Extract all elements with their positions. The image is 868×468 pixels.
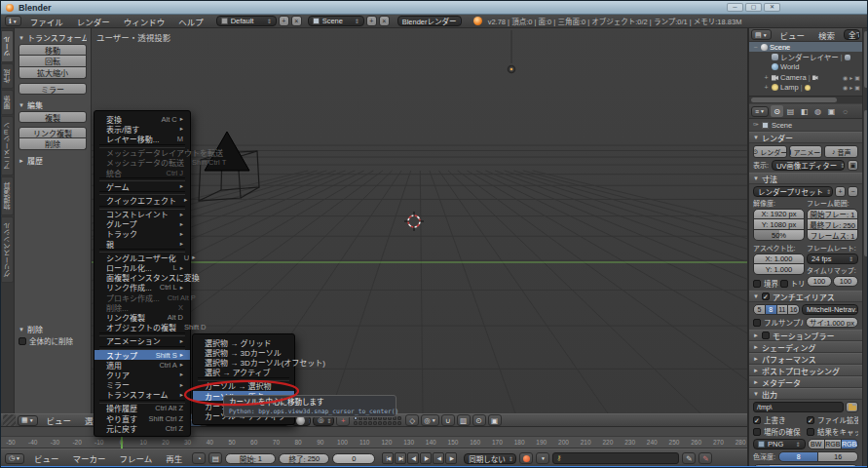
antialiasing-panel-header[interactable]: ▼✓アンチエイリアス <box>749 291 862 302</box>
play-button[interactable]: ▶ <box>445 452 457 464</box>
add-preset-button[interactable]: + <box>835 186 846 197</box>
render-panel-header[interactable]: ▼レンダー <box>749 132 862 143</box>
layer-toggle[interactable] <box>393 421 396 425</box>
render-tab-icon[interactable]: ⊙ <box>771 105 783 117</box>
context-menu-item[interactable]: シングルユーザー化U▸ <box>94 253 190 262</box>
color-mode-button[interactable]: RGB <box>825 439 842 449</box>
layer-toggle[interactable] <box>388 421 392 425</box>
restrict-cursor-icon[interactable]: ▸ <box>849 74 852 81</box>
context-menu-item[interactable]: メッシュデータの転送Shift Ctrl T <box>94 158 190 168</box>
restrict-eye-icon[interactable]: ◉ <box>843 84 848 91</box>
preview-range-toggle[interactable]: ◔ <box>192 452 206 464</box>
physics-tab-icon[interactable]: ◌ <box>839 105 851 117</box>
close-button[interactable]: ✕ <box>764 3 780 12</box>
antialiasing-checkbox[interactable]: ✓ <box>762 292 770 300</box>
pin-icon[interactable]: ✑ <box>753 121 759 129</box>
opengl-render-anim-button[interactable]: ▣ <box>488 414 502 426</box>
outliner-display-selector[interactable]: 全てのシーン <box>844 29 860 40</box>
resolution-x-field[interactable]: X: 1920 px <box>753 209 805 219</box>
checkbox[interactable] <box>762 332 770 339</box>
layer-toggle[interactable] <box>383 421 387 425</box>
restrict-eye-icon[interactable]: ◉ <box>843 74 848 81</box>
outliner-scroll-thumb[interactable] <box>864 31 868 88</box>
delete-keyframe-button[interactable]: ✎ <box>698 452 712 464</box>
editor-type-button[interactable]: ≡▼ <box>751 106 769 117</box>
render-engine-selector[interactable]: Blenderレンダー⇕ <box>397 16 462 26</box>
render-preset-selector[interactable]: レンダープリセット⇕ <box>753 186 833 197</box>
delete-globally-option[interactable]: 全体的に削除 <box>19 335 88 346</box>
menubar-item[interactable]: ヘルプ <box>171 16 210 27</box>
context-menu-item[interactable]: プロキシ作成...Ctrl Alt P <box>94 292 190 302</box>
output-option[interactable]: ✓ファイル拡張子 <box>807 414 858 425</box>
remap-old-field[interactable]: 100 <box>807 276 832 287</box>
snap-menu-item[interactable]: カーソル → 選択物 <box>193 381 294 391</box>
sync-mode-selector[interactable]: 同期しない⇕ <box>464 453 516 464</box>
title-bar[interactable]: Blender ─ ▢ ✕ <box>1 1 868 15</box>
snap-element-selector[interactable]: ▥ <box>457 414 471 426</box>
current-frame-field[interactable]: 0 <box>332 453 375 464</box>
right-scrollbar[interactable] <box>862 28 868 467</box>
outliner-row[interactable]: World <box>749 62 862 72</box>
tool-button[interactable]: ミラー <box>19 83 87 95</box>
context-menu-item[interactable]: グループ▸ <box>94 219 190 229</box>
keying-set-menu-button[interactable]: ▼ <box>536 452 549 464</box>
toolshelf-tab[interactable]: 物理演算 <box>1 176 14 215</box>
editor-type-button[interactable]: ℹ▼ <box>5 16 21 26</box>
editor-corner-grip[interactable] <box>3 414 16 426</box>
tool-button[interactable]: 削除 <box>19 138 87 150</box>
border-option[interactable]: 境界 <box>753 278 778 289</box>
context-menu-item[interactable]: リンク複製Alt D <box>94 312 190 322</box>
color-depth-button[interactable]: 16 <box>818 451 858 462</box>
toolshelf-tab[interactable]: 関係 <box>1 90 14 115</box>
toolshelf-tab[interactable]: ツール <box>1 30 14 62</box>
minimize-button[interactable]: ─ <box>727 3 743 12</box>
snap-menu-item[interactable]: 選択物 → 3Dカーソル <box>193 347 294 357</box>
layer-toggle[interactable] <box>373 421 377 425</box>
screen-layout-selector[interactable]: Default⇕ <box>216 16 277 26</box>
context-menu-item[interactable]: トラック▸ <box>94 229 190 239</box>
render-animation-button[interactable]: ◪アニメー... <box>789 145 823 158</box>
tool-button[interactable]: 移動 <box>19 44 87 56</box>
active-keying-set-field[interactable]: ⚷ <box>552 452 679 464</box>
layer-toggle[interactable] <box>378 421 382 425</box>
context-menu-item[interactable]: ゲーム▸ <box>94 181 190 191</box>
layer-toggle[interactable] <box>359 421 362 425</box>
layer-toggle[interactable] <box>397 416 401 420</box>
expand-toggle[interactable]: − <box>752 44 759 51</box>
previous-keyframe-button[interactable]: ◀| <box>407 452 419 464</box>
output-option[interactable]: 結果をキャッ... <box>807 426 858 437</box>
restrict-render-icon[interactable]: ▣ <box>854 74 860 81</box>
world-tab-icon[interactable]: ◍ <box>811 105 824 117</box>
color-mode-button[interactable]: BW <box>808 439 825 449</box>
remove-preset-button[interactable]: − <box>848 186 858 197</box>
context-menu-item[interactable]: トランスフォーム▸ <box>94 390 190 400</box>
context-menu-item[interactable]: 操作履歴Ctrl Alt Z <box>94 404 190 413</box>
timeline-menu-item[interactable]: ビュー <box>27 452 66 464</box>
frame-range-lock-button[interactable]: ▤ <box>208 452 222 464</box>
context-menu-item[interactable]: クリア▸ <box>94 370 190 379</box>
context-menu-item[interactable]: リンク作成...Ctrl L▸ <box>94 283 190 292</box>
scroll-thumb[interactable] <box>751 98 837 102</box>
color-mode-button[interactable]: RGBA <box>842 439 858 449</box>
render-button[interactable]: ⊙レンダー <box>753 145 787 158</box>
opengl-render-button[interactable]: ⊙ <box>472 414 486 426</box>
aa-sample-button[interactable]: 11 <box>777 304 789 315</box>
output-path-field[interactable]: /tmp\ <box>753 402 844 412</box>
scene-selector[interactable]: Scene⇕ <box>308 16 364 26</box>
timeline-menu-item[interactable]: マーカー <box>66 452 113 464</box>
editor-type-button[interactable]: ▤▼ <box>751 29 772 40</box>
restrict-cursor-icon[interactable]: ▸ <box>849 84 852 91</box>
folder-icon-button[interactable] <box>846 402 858 412</box>
scene-tab-icon[interactable]: ◧ <box>798 105 811 117</box>
menubar-item[interactable]: レンダー <box>70 16 117 27</box>
toolshelf-tab[interactable]: 作成 <box>1 63 14 89</box>
object-tab-icon[interactable]: ▣ <box>825 105 838 117</box>
snap-toggle[interactable]: ∪ <box>441 414 455 426</box>
context-menu-item[interactable]: やり直すShift Ctrl Z <box>94 413 190 423</box>
delete-scene-button[interactable]: × <box>379 16 390 26</box>
menubar-item[interactable]: ファイル <box>23 16 70 27</box>
jump-to-end-button[interactable]: ▶| <box>395 452 406 464</box>
timeline-menu-item[interactable]: フレーム <box>113 452 160 464</box>
aspect-y-field[interactable]: Y: 1.000 <box>753 264 805 275</box>
layer-toggle[interactable] <box>368 421 372 425</box>
